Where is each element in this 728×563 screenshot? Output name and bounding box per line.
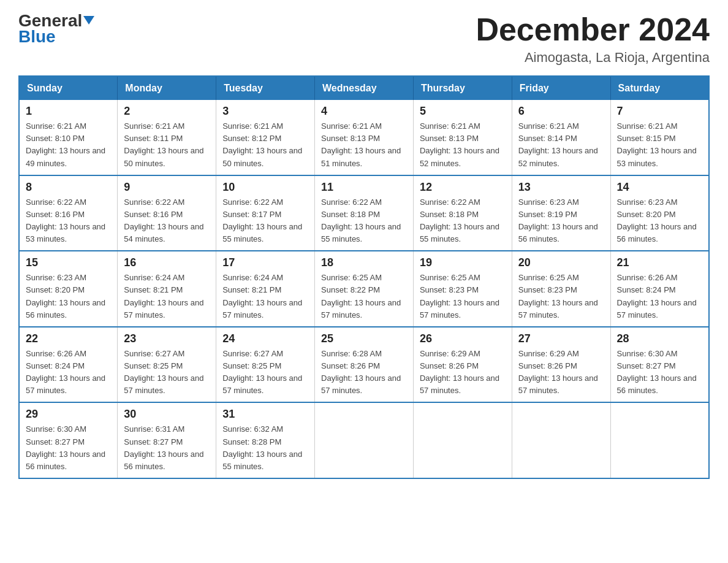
header-monday: Monday bbox=[118, 76, 216, 100]
header-saturday: Saturday bbox=[610, 76, 709, 100]
day-number: 25 bbox=[321, 332, 407, 345]
sunrise-label: Sunrise: 6:21 AM bbox=[222, 121, 283, 131]
day-info: Sunrise: 6:25 AM Sunset: 8:23 PM Dayligh… bbox=[420, 272, 506, 321]
table-row: 6 Sunrise: 6:21 AM Sunset: 8:14 PM Dayli… bbox=[512, 100, 610, 175]
sunrise-label: Sunrise: 6:24 AM bbox=[124, 273, 184, 282]
daylight-label: Daylight: 13 hours and 57 minutes. bbox=[420, 373, 499, 395]
header-wednesday: Wednesday bbox=[315, 76, 414, 100]
day-number: 3 bbox=[222, 105, 308, 118]
sunset-label: Sunset: 8:27 PM bbox=[617, 361, 676, 370]
sunrise-label: Sunrise: 6:29 AM bbox=[518, 349, 579, 358]
sunrise-label: Sunrise: 6:21 AM bbox=[518, 121, 579, 131]
sunset-label: Sunset: 8:26 PM bbox=[420, 361, 479, 370]
day-number: 29 bbox=[26, 408, 111, 421]
day-info: Sunrise: 6:22 AM Sunset: 8:18 PM Dayligh… bbox=[321, 196, 407, 246]
day-number: 7 bbox=[617, 105, 702, 118]
day-info: Sunrise: 6:21 AM Sunset: 8:13 PM Dayligh… bbox=[321, 120, 407, 170]
sunset-label: Sunset: 8:10 PM bbox=[26, 134, 85, 143]
sunset-label: Sunset: 8:18 PM bbox=[321, 210, 380, 219]
table-row: 10 Sunrise: 6:22 AM Sunset: 8:17 PM Dayl… bbox=[216, 175, 315, 251]
calendar-title: December 2024 bbox=[476, 12, 710, 47]
sunrise-label: Sunrise: 6:27 AM bbox=[222, 349, 283, 358]
sunset-label: Sunset: 8:19 PM bbox=[518, 210, 577, 219]
day-number: 10 bbox=[222, 181, 308, 194]
sunset-label: Sunset: 8:20 PM bbox=[617, 210, 676, 219]
sunset-label: Sunset: 8:24 PM bbox=[617, 285, 676, 294]
table-row: 5 Sunrise: 6:21 AM Sunset: 8:13 PM Dayli… bbox=[413, 100, 512, 175]
daylight-label: Daylight: 13 hours and 54 minutes. bbox=[124, 222, 203, 243]
sunset-label: Sunset: 8:25 PM bbox=[124, 361, 183, 370]
table-row bbox=[610, 402, 709, 478]
daylight-label: Daylight: 13 hours and 52 minutes. bbox=[518, 146, 598, 167]
logo-blue-text: Blue bbox=[18, 27, 56, 47]
calendar-week-row: 22 Sunrise: 6:26 AM Sunset: 8:24 PM Dayl… bbox=[19, 327, 709, 403]
day-number: 1 bbox=[26, 105, 111, 118]
day-info: Sunrise: 6:22 AM Sunset: 8:18 PM Dayligh… bbox=[420, 196, 506, 246]
daylight-label: Daylight: 13 hours and 57 minutes. bbox=[518, 373, 598, 395]
table-row: 9 Sunrise: 6:22 AM Sunset: 8:16 PM Dayli… bbox=[118, 175, 216, 251]
table-row bbox=[512, 402, 610, 478]
sunset-label: Sunset: 8:16 PM bbox=[124, 210, 183, 219]
sunrise-label: Sunrise: 6:21 AM bbox=[124, 121, 184, 131]
table-row bbox=[315, 402, 414, 478]
sunrise-label: Sunrise: 6:25 AM bbox=[420, 273, 480, 282]
day-number: 31 bbox=[222, 408, 308, 421]
daylight-label: Daylight: 13 hours and 57 minutes. bbox=[518, 298, 598, 320]
day-number: 18 bbox=[321, 256, 407, 269]
sunset-label: Sunset: 8:13 PM bbox=[420, 134, 479, 143]
sunrise-label: Sunrise: 6:22 AM bbox=[321, 197, 382, 207]
day-number: 11 bbox=[321, 181, 407, 194]
calendar-header-row: Sunday Monday Tuesday Wednesday Thursday… bbox=[19, 76, 709, 100]
day-number: 6 bbox=[518, 105, 604, 118]
sunset-label: Sunset: 8:26 PM bbox=[321, 361, 380, 370]
daylight-label: Daylight: 13 hours and 50 minutes. bbox=[124, 146, 203, 167]
day-number: 2 bbox=[124, 105, 210, 118]
day-number: 22 bbox=[26, 332, 111, 345]
daylight-label: Daylight: 13 hours and 57 minutes. bbox=[321, 373, 401, 395]
sunrise-label: Sunrise: 6:23 AM bbox=[26, 273, 86, 282]
day-info: Sunrise: 6:27 AM Sunset: 8:25 PM Dayligh… bbox=[222, 348, 308, 397]
sunrise-label: Sunrise: 6:22 AM bbox=[420, 197, 480, 207]
sunrise-label: Sunrise: 6:22 AM bbox=[26, 197, 86, 207]
sunrise-label: Sunrise: 6:24 AM bbox=[222, 273, 283, 282]
day-info: Sunrise: 6:31 AM Sunset: 8:27 PM Dayligh… bbox=[124, 423, 210, 473]
table-row: 29 Sunrise: 6:30 AM Sunset: 8:27 PM Dayl… bbox=[19, 402, 118, 478]
calendar-week-row: 8 Sunrise: 6:22 AM Sunset: 8:16 PM Dayli… bbox=[19, 175, 709, 251]
day-info: Sunrise: 6:26 AM Sunset: 8:24 PM Dayligh… bbox=[617, 272, 702, 321]
header-tuesday: Tuesday bbox=[216, 76, 315, 100]
calendar-table: Sunday Monday Tuesday Wednesday Thursday… bbox=[18, 75, 710, 479]
day-info: Sunrise: 6:32 AM Sunset: 8:28 PM Dayligh… bbox=[222, 423, 308, 473]
header-thursday: Thursday bbox=[413, 76, 512, 100]
daylight-label: Daylight: 13 hours and 56 minutes. bbox=[26, 450, 105, 471]
calendar-subtitle: Aimogasta, La Rioja, Argentina bbox=[476, 50, 710, 66]
day-info: Sunrise: 6:23 AM Sunset: 8:19 PM Dayligh… bbox=[518, 196, 604, 246]
table-row: 11 Sunrise: 6:22 AM Sunset: 8:18 PM Dayl… bbox=[315, 175, 414, 251]
sunset-label: Sunset: 8:12 PM bbox=[222, 134, 281, 143]
sunrise-label: Sunrise: 6:31 AM bbox=[124, 424, 184, 434]
header-friday: Friday bbox=[512, 76, 610, 100]
sunrise-label: Sunrise: 6:30 AM bbox=[26, 424, 86, 434]
daylight-label: Daylight: 13 hours and 56 minutes. bbox=[617, 222, 697, 243]
sunrise-label: Sunrise: 6:32 AM bbox=[222, 424, 283, 434]
sunrise-label: Sunrise: 6:23 AM bbox=[518, 197, 579, 207]
daylight-label: Daylight: 13 hours and 57 minutes. bbox=[222, 298, 302, 320]
table-row: 17 Sunrise: 6:24 AM Sunset: 8:21 PM Dayl… bbox=[216, 251, 315, 327]
day-info: Sunrise: 6:23 AM Sunset: 8:20 PM Dayligh… bbox=[617, 196, 702, 246]
table-row: 8 Sunrise: 6:22 AM Sunset: 8:16 PM Dayli… bbox=[19, 175, 118, 251]
sunset-label: Sunset: 8:23 PM bbox=[420, 285, 479, 294]
table-row: 4 Sunrise: 6:21 AM Sunset: 8:13 PM Dayli… bbox=[315, 100, 414, 175]
sunset-label: Sunset: 8:24 PM bbox=[26, 361, 85, 370]
daylight-label: Daylight: 13 hours and 51 minutes. bbox=[321, 146, 401, 167]
daylight-label: Daylight: 13 hours and 57 minutes. bbox=[124, 373, 203, 395]
sunset-label: Sunset: 8:17 PM bbox=[222, 210, 281, 219]
day-info: Sunrise: 6:21 AM Sunset: 8:11 PM Dayligh… bbox=[124, 120, 210, 170]
sunset-label: Sunset: 8:15 PM bbox=[617, 134, 676, 143]
table-row: 16 Sunrise: 6:24 AM Sunset: 8:21 PM Dayl… bbox=[118, 251, 216, 327]
table-row: 3 Sunrise: 6:21 AM Sunset: 8:12 PM Dayli… bbox=[216, 100, 315, 175]
daylight-label: Daylight: 13 hours and 57 minutes. bbox=[222, 373, 302, 395]
sunset-label: Sunset: 8:23 PM bbox=[518, 285, 577, 294]
day-number: 26 bbox=[420, 332, 506, 345]
daylight-label: Daylight: 13 hours and 56 minutes. bbox=[26, 298, 105, 320]
day-number: 20 bbox=[518, 256, 604, 269]
day-number: 4 bbox=[321, 105, 407, 118]
